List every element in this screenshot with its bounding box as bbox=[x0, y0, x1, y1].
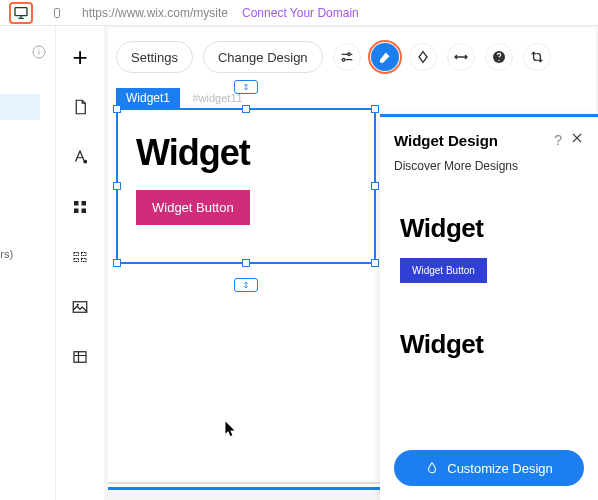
stretch-handle-top[interactable] bbox=[234, 80, 258, 94]
resize-handle[interactable] bbox=[113, 182, 121, 190]
sections-icon[interactable] bbox=[71, 248, 89, 270]
design-panel: Widget Design ? Discover More Designs Wi… bbox=[380, 114, 598, 500]
help-button[interactable] bbox=[485, 43, 513, 71]
svg-rect-1 bbox=[55, 8, 60, 17]
left-highlight bbox=[0, 94, 40, 120]
stretch-icon bbox=[241, 82, 251, 92]
media-icon[interactable] bbox=[71, 298, 89, 320]
editor-canvas[interactable]: Settings Change Design Widget1 #widget11 bbox=[104, 26, 598, 500]
svg-rect-0 bbox=[15, 7, 27, 15]
resize-handle[interactable] bbox=[242, 259, 250, 267]
diamond-icon bbox=[415, 49, 431, 65]
panel-title: Widget Design bbox=[394, 132, 546, 149]
arrows-h-icon bbox=[453, 49, 469, 65]
stretch-icon bbox=[241, 280, 251, 290]
close-icon bbox=[570, 131, 584, 145]
selected-widget-wrap: Widget1 #widget11 Widget Widget Button bbox=[116, 88, 376, 264]
text-icon[interactable] bbox=[71, 148, 89, 170]
svg-point-15 bbox=[498, 60, 499, 61]
tool-rail: + bbox=[56, 26, 104, 500]
data-icon[interactable] bbox=[71, 348, 89, 370]
panel-subtitle: Discover More Designs bbox=[380, 159, 598, 185]
animation-button[interactable] bbox=[333, 43, 361, 71]
stretch-handle-bottom[interactable] bbox=[234, 278, 258, 292]
design-preset[interactable]: Widget Widget Button bbox=[400, 185, 578, 301]
selection-toolbar: Settings Change Design bbox=[116, 40, 551, 74]
left-strip: pers) bbox=[0, 26, 56, 500]
add-button[interactable]: + bbox=[72, 44, 87, 70]
design-list[interactable]: Widget Widget Button Widget bbox=[380, 185, 598, 436]
resize-handle[interactable] bbox=[371, 182, 379, 190]
cursor-icon bbox=[224, 420, 238, 442]
mobile-icon bbox=[51, 5, 63, 21]
customize-design-button[interactable]: Customize Design bbox=[394, 450, 584, 486]
preset-title: Widget bbox=[400, 329, 578, 360]
preset-title: Widget bbox=[400, 213, 578, 244]
svg-point-13 bbox=[342, 58, 345, 61]
design-button[interactable] bbox=[371, 43, 399, 71]
resize-handle[interactable] bbox=[371, 105, 379, 113]
selected-widget[interactable]: Widget Widget Button bbox=[116, 108, 376, 264]
sliders-icon bbox=[339, 49, 355, 65]
svg-rect-7 bbox=[74, 209, 79, 214]
widget-title: Widget bbox=[136, 132, 356, 174]
svg-point-4 bbox=[83, 160, 87, 164]
svg-rect-6 bbox=[82, 201, 87, 206]
stretch-button[interactable] bbox=[409, 43, 437, 71]
top-address-bar: https://www.wix.com/mysite Connect Your … bbox=[0, 0, 598, 26]
mobile-view-button[interactable] bbox=[46, 3, 68, 23]
customize-label: Customize Design bbox=[447, 461, 553, 476]
svg-point-12 bbox=[347, 53, 350, 56]
left-caption: pers) bbox=[0, 248, 13, 260]
svg-point-3 bbox=[38, 49, 39, 50]
site-url: https://www.wix.com/mysite bbox=[82, 6, 228, 20]
brush-icon bbox=[377, 50, 392, 65]
desktop-view-button[interactable] bbox=[10, 3, 32, 23]
svg-rect-11 bbox=[74, 352, 86, 363]
desktop-icon bbox=[13, 5, 29, 21]
more-button[interactable] bbox=[523, 43, 551, 71]
svg-rect-5 bbox=[74, 201, 79, 206]
info-icon[interactable] bbox=[31, 44, 47, 64]
resize-handle[interactable] bbox=[371, 259, 379, 267]
settings-button[interactable]: Settings bbox=[116, 41, 193, 73]
connect-domain-link[interactable]: Connect Your Domain bbox=[242, 6, 359, 20]
svg-rect-8 bbox=[82, 209, 87, 214]
design-preset[interactable]: Widget bbox=[400, 301, 578, 378]
resize-handle[interactable] bbox=[242, 105, 250, 113]
preset-button: Widget Button bbox=[400, 258, 487, 283]
resize-handle[interactable] bbox=[113, 259, 121, 267]
drop-icon bbox=[425, 461, 439, 475]
resize-button[interactable] bbox=[447, 43, 475, 71]
widget-button[interactable]: Widget Button bbox=[136, 190, 250, 225]
svg-rect-9 bbox=[73, 302, 87, 313]
layout-icon[interactable] bbox=[71, 198, 89, 220]
svg-point-10 bbox=[77, 304, 79, 306]
change-design-button[interactable]: Change Design bbox=[203, 41, 323, 73]
selection-tab[interactable]: Widget1 bbox=[116, 88, 180, 108]
pages-icon[interactable] bbox=[71, 98, 89, 120]
panel-help-button[interactable]: ? bbox=[554, 132, 562, 148]
question-icon bbox=[491, 49, 507, 65]
swap-icon bbox=[529, 49, 545, 65]
panel-close-button[interactable] bbox=[570, 131, 584, 149]
resize-handle[interactable] bbox=[113, 105, 121, 113]
